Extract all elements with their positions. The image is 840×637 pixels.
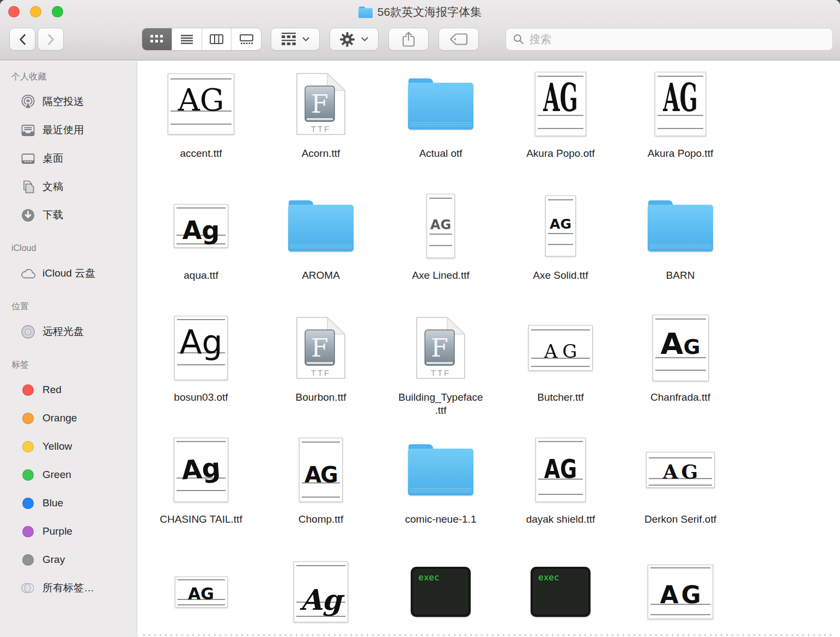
file-icon-area: AG [501,432,620,508]
font-preview-icon: AG [646,452,715,488]
svg-text:TTF: TTF [311,124,331,133]
file-item[interactable]: AG [141,554,261,637]
sidebar-item-downloads[interactable]: 下载 [0,201,137,229]
group-by-button[interactable] [271,28,320,51]
file-item[interactable]: AGAxe Lined.ttf [381,188,501,310]
file-icon-area: AG [261,432,381,508]
file-item[interactable]: Agaqua.ttf [141,188,261,310]
file-name: Chomp.ttf [261,513,381,526]
tag-button[interactable] [439,28,479,51]
sidebar-section-header: 位置 [0,300,137,313]
sidebar-item-recents[interactable]: 最近使用 [0,116,137,144]
downloads-icon [21,208,35,223]
back-button[interactable] [9,28,35,51]
view-icons-segment[interactable] [142,28,172,50]
folder-proxy-icon[interactable] [358,7,373,18]
preview-letters: AG [536,454,585,484]
file-icon-area: AG [620,554,740,630]
search-input[interactable] [528,33,812,46]
file-item[interactable]: AROMA [261,188,381,310]
sidebar-item-tag-gray[interactable]: Gray [0,546,137,574]
share-icon [402,32,415,47]
file-item[interactable]: AGdayak shield.ttf [501,432,620,554]
sidebar-item-airdrop[interactable]: 隔空投送 [0,88,137,116]
sidebar-item-icloud-drive[interactable]: iCloud 云盘 [0,259,137,287]
font-preview-icon: AG [545,195,576,256]
view-gallery-segment[interactable] [232,28,261,50]
preview-letters: AG [427,217,454,232]
file-item[interactable]: Actual otf [381,66,501,188]
share-button[interactable] [388,28,429,51]
file-icon-area: F TTF [261,310,381,386]
view-columns-segment[interactable] [202,28,232,50]
sidebar-item-desktop[interactable]: 桌面 [0,144,137,173]
view-mode-segmented-control [142,28,261,51]
file-item[interactable]: exec [501,554,620,637]
search-field[interactable] [506,28,833,51]
file-name: CHASING TAIL.ttf [141,513,261,526]
file-item[interactable]: AgCHASING TAIL.ttf [141,432,261,554]
sidebar-item-tag-yellow[interactable]: Yellow [0,432,137,461]
file-item[interactable]: Ag [261,554,381,637]
column-view-icon [210,34,223,44]
sidebar-item-tag-green[interactable]: Green [0,461,137,489]
file-grid: AGaccent.ttf F TTF Acorn.ttfActual otfAG… [138,61,840,637]
sidebar-item-all-tags[interactable]: 所有标签… [0,574,137,602]
file-name: Akura Popo.ttf [620,147,740,160]
tag-color-dot [22,441,34,452]
file-icon-area: AG [141,554,261,630]
sidebar-item-label: Green [42,469,71,481]
sidebar-item-label: 文稿 [42,180,63,194]
file-item[interactable]: Agbosun03.otf [141,310,261,432]
executable-file-icon: exec [411,567,471,617]
file-name: Actual otf [381,147,501,160]
font-preview-icon: AG [427,194,455,258]
file-item[interactable]: AGAkura Popo.otf [501,66,620,188]
titlebar-toolbar: 56款英文海报字体集 [0,0,840,60]
file-item[interactable]: F TTF Building_Typeface.ttf [381,310,501,432]
file-icon-area [620,188,740,264]
forward-button[interactable] [38,28,64,51]
sidebar-item-label: Blue [42,497,63,509]
sidebar-item-remote-disc[interactable]: 远程光盘 [0,317,137,346]
sidebar-section-header: 标签 [0,358,137,371]
file-item[interactable]: F TTF Bourbon.ttf [261,310,381,432]
file-name: Axe Lined.ttf [381,269,501,282]
sidebar-item-tag-purple[interactable]: Purple [0,517,137,546]
window-title-area: 56款英文海报字体集 [0,5,840,19]
sidebar-item-tag-blue[interactable]: Blue [0,489,137,517]
file-item[interactable]: F TTF Acorn.ttf [261,66,381,188]
tag-icon [449,33,468,45]
file-item[interactable]: comic-neue-1.1 [381,432,501,554]
file-name: Acorn.ttf [261,147,381,160]
view-list-segment[interactable] [172,28,202,50]
file-item[interactable]: AGChanfrada.ttf [620,310,740,432]
window-title: 56款英文海报字体集 [378,4,482,20]
file-icon-area: AG [381,188,501,264]
sidebar-item-label: Red [42,384,62,396]
file-name: Butcher.ttf [501,391,620,404]
font-preview-icon: AG [168,74,234,134]
file-item[interactable]: BARN [620,188,740,310]
preview-letters: AG [653,327,708,361]
preview-letters: AG [300,462,342,487]
file-item[interactable]: AG [620,554,740,637]
sidebar-item-label: Yellow [42,440,72,452]
sidebar-item-documents[interactable]: 文稿 [0,173,137,201]
file-item[interactable]: AGButcher.ttf [501,310,620,432]
file-item[interactable]: AGAkura Popo.ttf [620,66,740,188]
file-item[interactable]: exec [381,554,501,637]
file-item[interactable]: AGAxe Solid.ttf [501,188,620,310]
group-by-icon [282,33,296,46]
action-menu-button[interactable] [330,28,379,51]
file-icon-area: AG [501,188,620,264]
sidebar-item-tag-red[interactable]: Red [0,376,137,404]
preview-letters: Ag [175,323,227,361]
sidebar-item-tag-orange[interactable]: Orange [0,404,137,432]
file-item[interactable]: AGaccent.ttf [141,66,261,188]
cloud-icon [21,266,35,281]
file-item[interactable]: AGDerkon Serif.otf [620,432,740,554]
file-item[interactable]: AGChomp.ttf [261,432,381,554]
file-icon-area: Ag [141,432,261,508]
folder-icon [648,200,713,252]
